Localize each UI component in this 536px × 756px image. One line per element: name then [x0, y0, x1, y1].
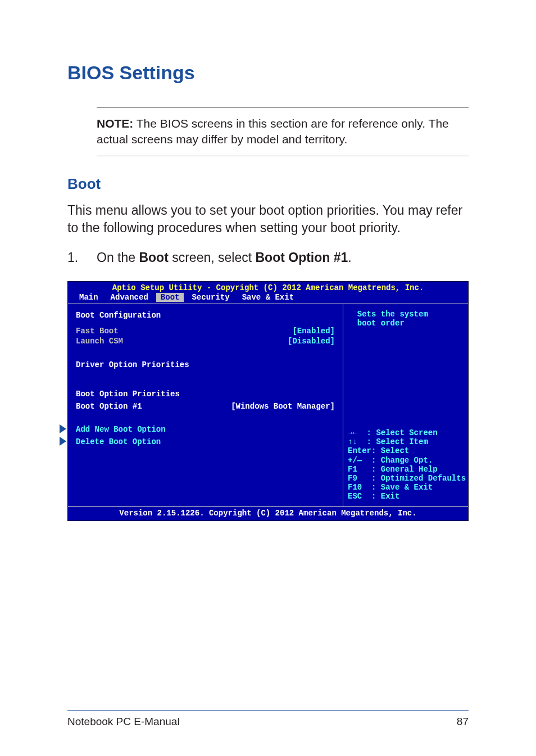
boot-option-priorities-heading: Boot Option Priorities	[76, 390, 335, 399]
add-new-boot-option-label: Add New Boot Option	[76, 425, 166, 434]
step-text: On the Boot screen, select Boot Option #…	[97, 249, 352, 266]
step-bold-2: Boot Option #1	[256, 250, 348, 265]
bios-body: Boot Configuration Fast Boot [Enabled] L…	[68, 304, 468, 506]
boot-option-1-value: [Windows Boot Manager]	[231, 402, 335, 411]
step-1: 1. On the Boot screen, select Boot Optio…	[67, 249, 469, 266]
boot-option-1-row[interactable]: Boot Option #1 [Windows Boot Manager]	[76, 402, 335, 411]
tab-boot[interactable]: Boot	[156, 293, 184, 302]
add-new-boot-option[interactable]: Add New Boot Option	[76, 425, 335, 434]
section-heading: Boot	[67, 175, 469, 193]
delete-boot-option-label: Delete Boot Option	[76, 437, 161, 446]
step-mid: screen, select	[169, 250, 256, 265]
arrow-icon	[60, 424, 66, 433]
launch-csm-label: Launch CSM	[76, 337, 123, 346]
intro-text: This menu allows you to set your boot op…	[67, 202, 469, 237]
step-bold-1: Boot	[139, 250, 168, 265]
fast-boot-label: Fast Boot	[76, 327, 119, 336]
launch-csm-value: [Disabled]	[288, 337, 335, 346]
launch-csm-row[interactable]: Launch CSM [Disabled]	[76, 337, 335, 346]
bios-key-legend: →← : Select Screen ↑↓ : Select Item Ente…	[348, 428, 462, 501]
note-label: NOTE:	[97, 117, 133, 130]
fast-boot-row[interactable]: Fast Boot [Enabled]	[76, 327, 335, 336]
bios-panel: Aptio Setup Utility - Copyright (C) 2012…	[67, 281, 469, 521]
footer-left: Notebook PC E-Manual	[67, 716, 180, 728]
boot-configuration-heading: Boot Configuration	[76, 311, 335, 320]
driver-option-priorities-heading: Driver Option Priorities	[76, 360, 335, 369]
fast-boot-value: [Enabled]	[292, 327, 335, 336]
note-block: NOTE: The BIOS screens in this section a…	[97, 107, 469, 156]
arrow-icon	[60, 437, 66, 446]
boot-option-1-label: Boot Option #1	[76, 402, 142, 411]
bios-left-pane: Boot Configuration Fast Boot [Enabled] L…	[68, 304, 343, 506]
tab-security[interactable]: Security	[187, 293, 234, 302]
step-post: .	[348, 250, 351, 265]
footer-page-number: 87	[457, 716, 469, 728]
bios-help-text: Sets the system boot order	[348, 310, 462, 328]
tab-main[interactable]: Main	[75, 293, 103, 302]
page-footer: Notebook PC E-Manual 87	[67, 710, 469, 728]
step-number: 1.	[67, 249, 97, 266]
bios-header: Aptio Setup Utility - Copyright (C) 2012…	[68, 282, 468, 293]
bios-right-pane: Sets the system boot order →← : Select S…	[343, 304, 468, 506]
note-text: The BIOS screens in this section are for…	[97, 117, 449, 146]
tab-advanced[interactable]: Advanced	[106, 293, 153, 302]
tab-save-exit[interactable]: Save & Exit	[238, 293, 298, 302]
page-title: BIOS Settings	[67, 62, 469, 84]
step-pre: On the	[97, 250, 139, 265]
delete-boot-option[interactable]: Delete Boot Option	[76, 437, 335, 446]
bios-menu: Main Advanced Boot Security Save & Exit	[68, 293, 468, 304]
bios-footer: Version 2.15.1226. Copyright (C) 2012 Am…	[68, 506, 468, 520]
